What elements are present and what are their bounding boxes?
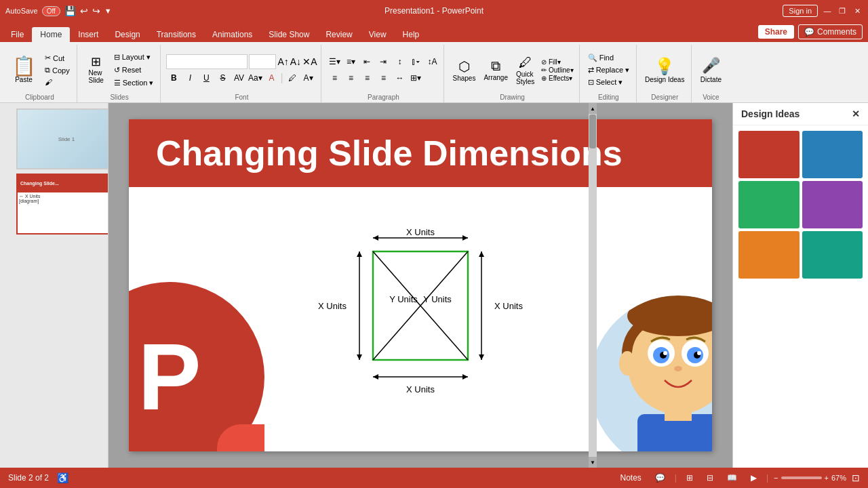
quick-styles-button[interactable]: 🖊 QuickStyles [513,54,537,87]
arrange-button[interactable]: ⧉ Arrange [481,57,511,83]
comments-status-button[interactable]: 💬 [651,472,669,484]
normal-view-button[interactable]: ⊞ [682,472,697,484]
layout-icon: ⊟ [114,53,120,62]
share-button[interactable]: Share [758,25,794,39]
cut-button[interactable]: ✂Cut [42,52,73,64]
format-painter-button[interactable]: 🖌 [42,77,73,87]
redo-icon[interactable]: ↪ [92,5,100,16]
slideshow-view-button[interactable]: ▶ [747,472,761,484]
ribbon-clipboard-group: 📋 Paste ✂Cut ⧉Copy 🖌 Clipboard [3,45,77,102]
zoom-slider[interactable] [781,476,822,479]
signin-button[interactable]: Sign in [783,5,818,17]
accessibility-icon[interactable]: ♿ [57,472,68,483]
notes-button[interactable]: Notes [616,472,645,484]
vertical-scrollbar[interactable]: ▲ ▼ [589,103,597,468]
char-spacing-button[interactable]: AV [231,70,246,85]
shapes-button[interactable]: ⬡ Shapes [450,57,478,83]
text-direction-button[interactable]: ↔ [392,70,407,85]
align-left-button[interactable]: ≡ [327,70,342,85]
font-grow-icon[interactable]: A↑ [277,56,288,67]
ribbon-slides-group: ⊞ NewSlide ⊟ Layout ▾ ↺ Reset ☰ Section … [79,45,161,102]
scroll-up-button[interactable]: ▲ [589,103,597,114]
reset-button[interactable]: ↺ Reset [111,64,157,76]
scroll-down-button[interactable]: ▼ [589,457,597,468]
ribbon-editing-group: 🔍 Find ⇄ Replace▾ ⊡ Select▾ Editing [581,45,637,102]
paste-icon: 📋 [12,57,36,76]
columns-button[interactable]: ⫿▾ [408,54,423,69]
zoom-in-icon[interactable]: + [825,474,829,482]
comment-icon: 💬 [804,27,814,37]
save-icon[interactable]: 💾 [64,5,76,16]
align-right-button[interactable]: ≡ [359,70,374,85]
align-center-button[interactable]: ≡ [343,70,358,85]
increase-indent-button[interactable]: ⇥ [376,54,391,69]
find-button[interactable]: 🔍 Find [585,52,632,64]
tab-design[interactable]: Design [106,27,148,42]
reading-view-button[interactable]: 📖 [723,472,741,484]
italic-button[interactable]: I [182,70,197,85]
tab-home[interactable]: Home [32,27,70,42]
undo-icon[interactable]: ↩ [80,5,88,16]
decrease-indent-button[interactable]: ⇤ [359,54,374,69]
highlight-button[interactable]: 🖊 [285,70,300,85]
tab-view[interactable]: View [361,27,395,42]
font-name-input[interactable] [166,54,248,69]
tab-insert[interactable]: Insert [70,27,106,42]
new-slide-button[interactable]: ⊞ NewSlide [83,54,110,85]
minimize-icon[interactable]: — [822,5,833,16]
comments-button[interactable]: 💬 Comments [798,24,863,39]
slide-canvas[interactable]: Changing Slide Dimensions P X Units [129,119,712,451]
paste-button[interactable]: 📋 Paste [7,54,41,86]
tab-help[interactable]: Help [395,27,428,42]
shape-fill-button[interactable]: ⊘ Fill▾ ✏ Outline▾ ⊕ Effects▾ [540,57,574,83]
bold-button[interactable]: B [166,70,181,85]
tab-transitions[interactable]: Transitions [149,27,204,42]
design-panel-close-icon[interactable]: ✕ [852,108,860,119]
slide-1-thumb[interactable]: Slide 1 [16,108,108,169]
replace-button[interactable]: ⇄ Replace▾ [585,64,632,76]
copy-button[interactable]: ⧉Copy [42,64,73,76]
design-idea-6[interactable] [802,231,863,279]
restore-icon[interactable]: ❐ [837,5,848,16]
sort-button[interactable]: ↕A [425,54,439,69]
tab-animations[interactable]: Animations [204,27,260,42]
justify-button[interactable]: ≡ [376,70,391,85]
text-color-button[interactable]: A▾ [301,70,316,85]
design-idea-2[interactable] [802,131,863,178]
design-idea-4[interactable] [802,181,863,228]
slide-area: 1 Slide 1 2 Changing Slide... ↔ X Units … [0,103,868,468]
scroll-thumb[interactable] [589,115,596,148]
slide-sorter-button[interactable]: ⊟ [703,472,717,484]
more-icon[interactable]: ▼ [104,7,112,15]
tab-file[interactable]: File [3,27,32,42]
bullets-button[interactable]: ☰▾ [327,54,342,69]
tab-review[interactable]: Review [317,27,360,42]
strikethrough-button[interactable]: S [215,70,230,85]
convert-to-smartart-button[interactable]: ⊞▾ [408,70,423,85]
svg-marker-9 [357,354,362,360]
font-size-input[interactable] [249,54,276,69]
layout-button[interactable]: ⊟ Layout ▾ [111,52,157,63]
text-case-button[interactable]: Aa▾ [248,70,262,85]
main-slide-area[interactable]: Changing Slide Dimensions P X Units [108,103,732,468]
underline-button[interactable]: U [199,70,214,85]
slide-2-thumb[interactable]: Changing Slide... ↔ X Units [diagram] [16,174,108,235]
font-shrink-icon[interactable]: A↓ [290,56,301,67]
clear-format-icon[interactable]: ✕A [302,56,317,67]
section-button[interactable]: ☰ Section ▾ [111,77,157,89]
fit-slide-icon[interactable]: ⊡ [852,472,860,483]
design-idea-3[interactable] [738,181,800,228]
dictate-button[interactable]: 🎤 Dictate [697,56,724,85]
zoom-out-icon[interactable]: − [774,474,778,482]
close-icon[interactable]: ✕ [852,5,863,16]
design-idea-5[interactable] [738,231,800,279]
design-idea-1[interactable] [738,131,800,178]
design-ideas-button[interactable]: 💡 Design Ideas [642,54,687,86]
tab-slideshow[interactable]: Slide Show [260,27,317,42]
autosave-toggle[interactable]: Off [42,6,60,16]
slide-1-container: 1 Slide 1 [3,108,105,169]
numbering-button[interactable]: ≡▾ [343,54,358,69]
font-color-button[interactable]: A [264,70,279,85]
line-spacing-button[interactable]: ↕ [392,54,407,69]
select-button[interactable]: ⊡ Select▾ [585,77,632,88]
